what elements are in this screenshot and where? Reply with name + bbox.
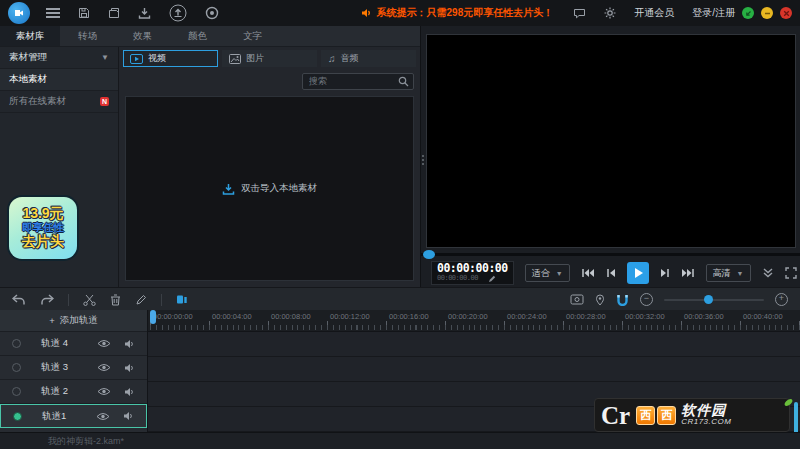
image-icon [229,54,241,64]
tab-video[interactable]: 视频 [123,50,218,67]
sidebar-item-online-material[interactable]: 所有在线素材 N [0,91,118,113]
ruler-label: 00:00:00:00 [153,312,193,321]
edit-pencil-icon[interactable] [135,294,147,306]
play-button[interactable] [627,262,649,284]
message-icon[interactable] [573,8,586,19]
zoom-out-icon[interactable]: − [640,293,653,306]
status-bar: 我的神剪辑-2.kam* [0,432,800,449]
undo-icon[interactable] [12,294,26,306]
fit-dropdown-value: 适合 [532,267,550,280]
export-icon[interactable] [169,4,187,22]
import-dropzone[interactable]: 双击导入本地素材 [125,96,414,281]
toolbar-divider [161,294,162,306]
login-button[interactable]: 登录/注册 [692,6,735,20]
playhead[interactable] [150,310,156,324]
next-frame-button[interactable] [660,268,670,278]
play-icon [635,268,643,278]
timeline-lane-3[interactable] [148,357,800,382]
eye-icon[interactable] [97,339,111,348]
material-manage-dropdown[interactable]: 素材管理 ▼ [0,47,118,69]
split-scissors-icon[interactable] [83,294,96,306]
edit-timecode-icon[interactable] [488,275,496,283]
track-header-3[interactable]: 轨道 3 [0,356,147,380]
track-select-dot[interactable] [13,412,22,421]
search-icon [398,76,409,87]
speaker-icon[interactable] [124,387,135,397]
video-preview[interactable] [426,34,796,248]
import-icon[interactable] [138,7,151,19]
track-select-dot[interactable] [12,363,21,372]
speaker-icon[interactable] [124,339,135,349]
tab-material-library[interactable]: 素材库 [0,26,60,46]
chevron-down-icon: ▼ [737,270,744,277]
search-box[interactable] [302,73,414,90]
speaker-icon[interactable] [123,411,134,421]
sidebar-item-local-material[interactable]: 本地素材 [0,69,118,91]
save-project-icon[interactable] [78,7,90,19]
track-header-2[interactable]: 轨道 2 [0,380,147,404]
topbar: 系统提示：只需298元即享任性去片头！ 开通会员 登录/注册 [0,0,800,26]
quality-dropdown[interactable]: 高清 ▼ [706,264,751,282]
vip-button[interactable]: 开通会员 [634,6,674,20]
gear-icon[interactable] [604,7,616,19]
timeline-ruler[interactable]: 00:00:00:00 00:00:04:00 00:00:08:00 00:0… [148,310,800,332]
collapse-window-button[interactable] [742,7,754,19]
delete-trash-icon[interactable] [110,294,121,306]
watermark-char-box: 西 [636,406,655,425]
close-button[interactable] [780,7,792,19]
fullscreen-icon[interactable] [785,267,797,279]
promo-price: 13.9元 [22,206,63,222]
redo-icon[interactable] [40,294,54,306]
tab-effects[interactable]: 效果 [115,26,170,46]
preview-seekbar[interactable] [421,253,800,256]
ruler-label: 00:00:24:00 [507,312,547,321]
minimize-button[interactable] [761,7,773,19]
zoom-slider-thumb[interactable] [704,295,713,304]
preview-pane: 00:00:00:00 00:00:00.00 适合 ▼ [420,26,800,287]
marker-pin-icon[interactable] [595,294,605,306]
promo-badge[interactable]: 13.9元 即享任性 去片头 [9,197,77,259]
go-to-end-button[interactable] [681,268,695,278]
collapse-panel-icon[interactable] [762,268,774,278]
timecode-display[interactable]: 00:00:00:00 00:00:00.00 [431,261,514,285]
tab-transitions[interactable]: 转场 [60,26,115,46]
search-row [119,67,420,93]
previous-frame-button[interactable] [606,268,616,278]
save-as-icon[interactable] [108,7,120,19]
timecode-main: 00:00:00:00 [437,263,508,275]
local-material-label: 本地素材 [9,73,47,86]
voiceover-icon[interactable] [176,294,189,305]
menu-icon[interactable] [46,8,60,18]
record-icon[interactable] [205,6,219,20]
add-track-button[interactable]: + 添加轨道 [0,310,147,332]
go-to-start-button[interactable] [581,268,595,278]
ruler-minor-ticks [150,325,800,330]
snap-magnet-icon[interactable] [616,294,629,306]
track-header-1-selected[interactable]: 轨道1 [0,404,147,428]
fit-dropdown[interactable]: 适合 ▼ [525,264,570,282]
track-select-dot[interactable] [12,339,21,348]
eye-icon[interactable] [96,412,110,421]
track-select-dot[interactable] [12,387,21,396]
pane-resize-handle[interactable] [422,155,424,165]
snapshot-icon[interactable] [570,294,584,305]
zoom-in-icon[interactable]: + [775,293,788,306]
eye-icon[interactable] [97,387,111,396]
add-track-label: 添加轨道 [60,314,98,327]
track-header-4[interactable]: 轨道 4 [0,332,147,356]
track-header-column: + 添加轨道 轨道 4 轨道 3 轨道 [0,310,148,432]
search-input[interactable] [307,75,398,87]
tab-text[interactable]: 文字 [225,26,280,46]
tab-audio[interactable]: ♫ 音频 [321,50,416,67]
music-note-icon: ♫ [328,53,336,64]
import-hint-text: 双击导入本地素材 [241,182,317,195]
notice-text: 系统提示：只需298元即享任性去片头！ [377,6,554,20]
seek-handle[interactable] [423,250,435,259]
watermark-logo: Cr [601,403,630,428]
tab-image[interactable]: 图片 [222,50,317,67]
timeline-zoom-slider[interactable] [664,299,764,301]
timeline-lane-4[interactable] [148,332,800,357]
tab-color[interactable]: 颜色 [170,26,225,46]
eye-icon[interactable] [97,363,111,372]
speaker-icon[interactable] [124,363,135,373]
